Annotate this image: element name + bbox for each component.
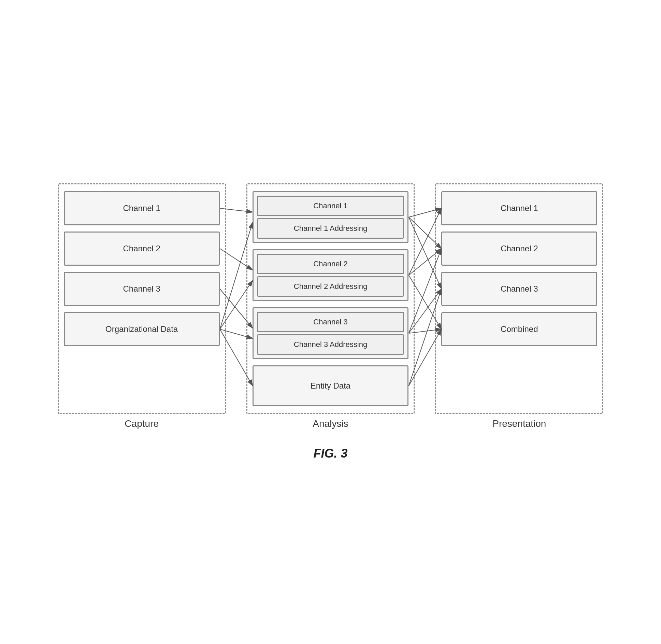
diagram-svg-container: Channel 1 Channel 2 Channel 3 Organizati… [58,183,604,429]
analysis-channel3-addr-box: Channel 3 Addressing [257,334,404,355]
capture-label: Capture [125,418,159,429]
presentation-dashed-border: Channel 1 Channel 2 Channel 3 Combined [435,183,603,414]
capture-column: Channel 1 Channel 2 Channel 3 Organizati… [58,183,226,429]
presentation-channel1-box: Channel 1 [441,191,597,225]
analysis-group1: Channel 1 Channel 1 Addressing [253,191,408,243]
analysis-group3: Channel 3 Channel 3 Addressing [253,307,408,359]
presentation-column: Channel 1 Channel 2 Channel 3 Combined P… [435,183,603,429]
presentation-channel2-box: Channel 2 [441,232,597,266]
presentation-channel3-box: Channel 3 [441,272,597,306]
analysis-channel1-addr-box: Channel 1 Addressing [257,218,404,239]
columns-wrapper: Channel 1 Channel 2 Channel 3 Organizati… [58,183,604,429]
analysis-label: Analysis [313,418,348,429]
figure-label: FIG. 3 [313,446,347,461]
analysis-channel2-addr-box: Channel 2 Addressing [257,276,404,297]
analysis-group2: Channel 2 Channel 2 Addressing [253,249,408,301]
presentation-combined-box: Combined [441,312,597,346]
presentation-label: Presentation [492,418,546,429]
analysis-channel3-box: Channel 3 [257,312,404,332]
capture-org-box: Organizational Data [64,312,220,346]
analysis-column: Channel 1 Channel 1 Addressing Channel 2… [246,183,415,429]
diagram-container: Channel 1 Channel 2 Channel 3 Organizati… [58,183,604,461]
analysis-channel2-box: Channel 2 [257,254,404,274]
capture-channel1-box: Channel 1 [64,191,220,225]
capture-dashed-border: Channel 1 Channel 2 Channel 3 Organizati… [58,183,226,414]
analysis-channel1-box: Channel 1 [257,196,404,216]
capture-channel2-box: Channel 2 [64,232,220,266]
capture-channel3-box: Channel 3 [64,272,220,306]
analysis-dashed-border: Channel 1 Channel 1 Addressing Channel 2… [246,183,415,414]
analysis-entity-box: Entity Data [253,365,408,406]
